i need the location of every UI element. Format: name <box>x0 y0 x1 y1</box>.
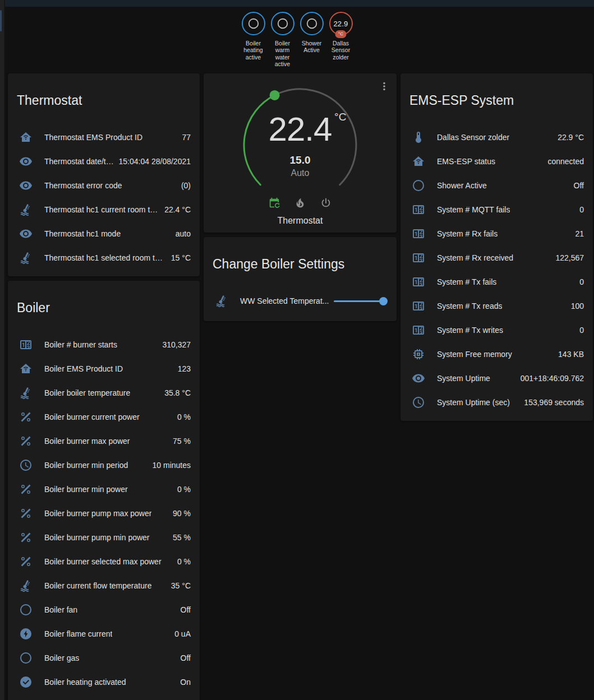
entity-label: System Free memory <box>437 350 512 359</box>
badge-value: 22.9 <box>333 20 348 28</box>
badge-boiler-heating-active[interactable]: Boiler heating active <box>239 12 268 61</box>
row-system-mqtt-fails[interactable]: System # MQTT fails 0 <box>409 197 584 221</box>
entity-value: 21 <box>570 229 584 238</box>
badge-shower-active[interactable]: Shower Active <box>297 12 326 54</box>
row-boiler-burner-selected-max-power[interactable]: Boiler burner selected max power 0 % <box>17 549 191 573</box>
entity-value: 22.4 °C <box>160 205 191 214</box>
mode-off-button[interactable] <box>320 197 332 209</box>
entity-label: System # Tx writes <box>437 326 503 335</box>
slider-track <box>334 300 385 302</box>
entity-value: 0 uA <box>170 629 191 638</box>
mode-heat-button[interactable] <box>294 197 306 209</box>
row-thermostat-hc1-current-room-temper[interactable]: Thermostat hc1 current room temper... 22… <box>17 197 191 221</box>
home-automation-icon <box>412 155 425 168</box>
row-boiler-heating-activated[interactable]: Boiler heating activated On <box>17 670 191 694</box>
row-boiler-burner-pump-max-power[interactable]: Boiler burner pump max power 90 % <box>17 501 191 525</box>
entity-label: Boiler gas <box>44 653 79 662</box>
row-boiler-ems-product-id[interactable]: Boiler EMS Product ID 123 <box>17 356 191 381</box>
entity-label: Shower Active <box>437 181 487 190</box>
row-boiler-heating-active[interactable]: Boiler heating active Off <box>17 694 191 700</box>
entity-value: 22.9 °C <box>553 133 584 142</box>
thermometer-water-icon <box>19 203 33 216</box>
dial-knob[interactable] <box>270 90 280 100</box>
row-system-rx-fails[interactable]: System # Rx fails 21 <box>409 221 584 245</box>
row-thermostat-date-time[interactable]: Thermostat date/time 15:04:04 28/08/2021 <box>17 149 191 173</box>
entity-value: 55 % <box>168 533 191 542</box>
ems-esp-system-card: EMS-ESP System Dallas Sensor zolder 22.9… <box>400 73 593 421</box>
middle-column: 22.4°C 15.0 Auto Thermostat Change Boile… <box>204 73 397 321</box>
entity-label: System # Rx fails <box>437 229 498 238</box>
badge-boiler-warm-water-active[interactable]: Boiler warm water active <box>268 12 297 68</box>
row-shower-active[interactable]: Shower Active Off <box>409 173 584 197</box>
percent-icon <box>19 531 33 544</box>
entity-label: Boiler EMS Product ID <box>44 364 123 373</box>
row-system-rx-received[interactable]: System # Rx received 122,567 <box>409 245 584 270</box>
thermostat-dial-card: 22.4°C 15.0 Auto Thermostat <box>204 73 397 233</box>
row-system-tx-writes[interactable]: System # Tx writes 0 <box>409 318 584 342</box>
counter-icon <box>412 323 425 337</box>
more-options-menu[interactable] <box>378 80 390 92</box>
row-thermostat-ems-product-id[interactable]: Thermostat EMS Product ID 77 <box>17 125 191 149</box>
row-thermostat-error-code[interactable]: Thermostat error code (0) <box>17 173 191 197</box>
row-system-uptime-sec[interactable]: System Uptime (sec) 153,969 seconds <box>409 390 584 414</box>
clock-icon <box>412 396 425 409</box>
entity-value: Off <box>569 181 584 190</box>
entity-label: Boiler burner selected max power <box>44 557 162 566</box>
dashboard-grid: Thermostat Thermostat EMS Product ID 77 … <box>8 73 593 700</box>
entity-label: Thermostat hc1 selected room temper... <box>44 253 167 262</box>
row-boiler-burner-max-power[interactable]: Boiler burner max power 75 % <box>17 429 191 453</box>
badge-dallas-sensor-zolder[interactable]: 22.9 °C Dallas Sensor zolder <box>326 12 356 61</box>
row-boiler-boiler-temperature[interactable]: Boiler boiler temperature 35.8 °C <box>17 381 191 405</box>
row-boiler-burner-min-power[interactable]: Boiler burner min power 0 % <box>17 477 191 501</box>
system-card-title: EMS-ESP System <box>400 84 593 109</box>
boiler-entity-list: Boiler # burner starts 310,327 Boiler EM… <box>8 327 200 700</box>
row-boiler-current-flow-temperature[interactable]: Boiler current flow temperature 35 °C <box>17 573 191 597</box>
eye-icon <box>19 227 33 240</box>
entity-value: 0 % <box>173 557 191 566</box>
thermometer-water-icon <box>215 294 228 308</box>
badge-circle <box>271 12 294 35</box>
hvac-mode-buttons <box>204 197 397 209</box>
mode-auto-button[interactable] <box>268 197 280 209</box>
row-boiler-burner-min-period[interactable]: Boiler burner min period 10 minutes <box>17 453 191 477</box>
counter-icon <box>412 275 425 289</box>
circle-outline-icon <box>412 179 425 192</box>
row-system-tx-fails[interactable]: System # Tx fails 0 <box>409 270 584 294</box>
row-boiler-gas[interactable]: Boiler gas Off <box>17 646 191 670</box>
row-boiler-flame-current[interactable]: Boiler flame current 0 uA <box>17 622 191 646</box>
thermostat-card: Thermostat Thermostat EMS Product ID 77 … <box>8 73 200 276</box>
row-boiler-burner-pump-min-power[interactable]: Boiler burner pump min power 55 % <box>17 525 191 549</box>
counter-icon <box>412 203 425 216</box>
entity-label: Boiler burner pump min power <box>44 533 150 542</box>
row-system-uptime[interactable]: System Uptime 001+18:46:09.762 <box>409 366 584 390</box>
row-dallas-sensor-zolder[interactable]: Dallas Sensor zolder 22.9 °C <box>409 125 584 149</box>
entity-label: System # MQTT fails <box>437 205 510 214</box>
entity-label: WW Selected Temperat... <box>240 296 329 305</box>
entity-label: Thermostat date/time <box>44 157 114 166</box>
entity-label: Boiler # burner starts <box>44 340 117 349</box>
ww-selected-temperature-slider[interactable] <box>334 296 388 305</box>
badge-row: Boiler heating active Boiler warm water … <box>0 7 594 68</box>
row-boiler-fan[interactable]: Boiler fan Off <box>17 597 191 622</box>
row-system-tx-reads[interactable]: System # Tx reads 100 <box>409 294 584 318</box>
slider-handle[interactable] <box>379 297 388 305</box>
row-thermostat-hc1-selected-room-temper[interactable]: Thermostat hc1 selected room temper... 1… <box>17 245 191 270</box>
row-thermostat-hc1-mode[interactable]: Thermostat hc1 mode auto <box>17 221 191 245</box>
thermometer-water-icon <box>19 251 33 265</box>
badge-label: Boiler warm water active <box>268 40 297 68</box>
percent-icon <box>19 434 33 448</box>
entity-value: 75 % <box>168 437 191 446</box>
entity-label: System Uptime <box>437 374 490 383</box>
entity-value: 15:04:04 28/08/2021 <box>114 157 191 166</box>
row-system-free-memory[interactable]: System Free memory 143 KB <box>409 342 584 366</box>
left-scroll-rail[interactable] <box>0 0 5 700</box>
home-automation-icon <box>19 362 33 376</box>
row-boiler-burner-starts[interactable]: Boiler # burner starts 310,327 <box>17 332 191 356</box>
settings-card-title: Change Boiler Settings <box>204 248 397 272</box>
row-boiler-burner-current-power[interactable]: Boiler burner current power 0 % <box>17 405 191 429</box>
row-ww-selected-temperat[interactable]: WW Selected Temperat... <box>213 285 388 317</box>
circle-outline-icon <box>306 17 318 30</box>
counter-icon <box>19 338 33 351</box>
row-ems-esp-status[interactable]: EMS-ESP status connected <box>409 149 584 173</box>
temperature-dial-slider[interactable] <box>238 84 362 207</box>
